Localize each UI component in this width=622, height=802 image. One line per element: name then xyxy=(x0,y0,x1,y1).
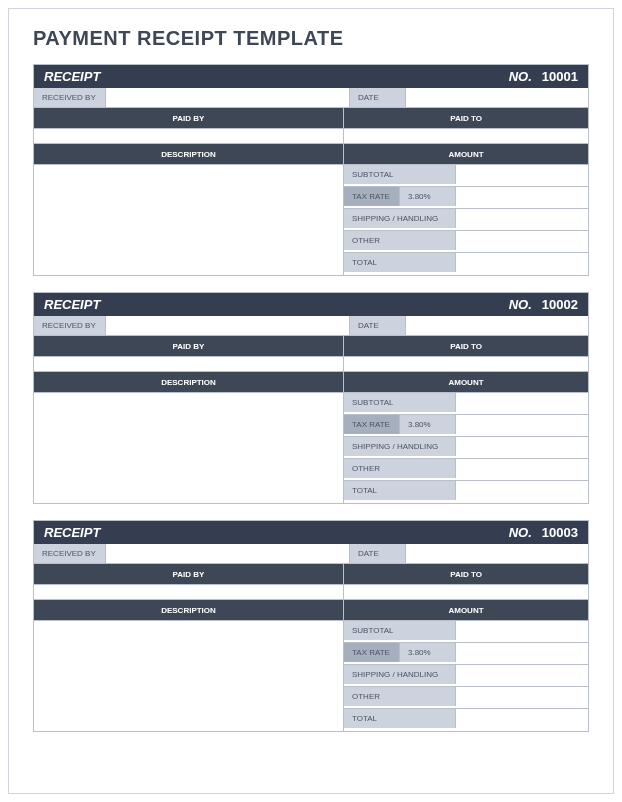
description-header: DESCRIPTION xyxy=(34,144,344,164)
summary-stack: SUBTOTAL TAX RATE 3.80% SHIPPING / HANDL… xyxy=(344,165,588,275)
subtotal-value[interactable] xyxy=(456,165,588,184)
received-by-value[interactable] xyxy=(106,316,350,335)
total-value[interactable] xyxy=(456,709,588,728)
page-container: PAYMENT RECEIPT TEMPLATE RECEIPT NO. 100… xyxy=(8,8,614,794)
description-value[interactable] xyxy=(34,165,344,275)
shipping-value[interactable] xyxy=(456,209,588,228)
paid-to-header: PAID TO xyxy=(344,336,588,356)
receipt: RECEIPT NO. 10002 RECEIVED BY DATE PAID … xyxy=(33,292,589,504)
received-by-label: RECEIVED BY xyxy=(34,544,106,563)
shipping-label: SHIPPING / HANDLING xyxy=(344,665,456,684)
receipt-header: RECEIPT NO. 10002 xyxy=(34,293,588,316)
receipt-number-value: 10002 xyxy=(542,297,578,312)
receipt-number-label: NO. xyxy=(509,525,532,540)
tax-amount-value[interactable] xyxy=(456,643,588,662)
date-label: DATE xyxy=(350,88,406,107)
paid-to-value[interactable] xyxy=(344,585,588,599)
shipping-value[interactable] xyxy=(456,437,588,456)
received-by-label: RECEIVED BY xyxy=(34,88,106,107)
receipt-label: RECEIPT xyxy=(44,69,100,84)
subtotal-label: SUBTOTAL xyxy=(344,393,456,412)
tax-rate-label: TAX RATE xyxy=(344,643,400,662)
total-label: TOTAL xyxy=(344,253,456,272)
shipping-label: SHIPPING / HANDLING xyxy=(344,437,456,456)
other-value[interactable] xyxy=(456,459,588,478)
received-by-value[interactable] xyxy=(106,88,350,107)
summary-stack: SUBTOTAL TAX RATE 3.80% SHIPPING / HANDL… xyxy=(344,393,588,503)
description-value[interactable] xyxy=(34,621,344,731)
tax-rate-value[interactable]: 3.80% xyxy=(400,187,456,206)
other-value[interactable] xyxy=(456,687,588,706)
paid-to-header: PAID TO xyxy=(344,108,588,128)
other-label: OTHER xyxy=(344,687,456,706)
description-header: DESCRIPTION xyxy=(34,600,344,620)
other-value[interactable] xyxy=(456,231,588,250)
date-value[interactable] xyxy=(406,544,588,563)
paid-by-value[interactable] xyxy=(34,129,344,143)
tax-rate-value[interactable]: 3.80% xyxy=(400,643,456,662)
amount-header: AMOUNT xyxy=(344,600,588,620)
paid-to-value[interactable] xyxy=(344,357,588,371)
paid-by-header: PAID BY xyxy=(34,108,344,128)
page-title: PAYMENT RECEIPT TEMPLATE xyxy=(33,27,589,50)
subtotal-value[interactable] xyxy=(456,621,588,640)
paid-by-header: PAID BY xyxy=(34,336,344,356)
tax-rate-value[interactable]: 3.80% xyxy=(400,415,456,434)
received-by-value[interactable] xyxy=(106,544,350,563)
receipt-number-label: NO. xyxy=(509,69,532,84)
paid-to-header: PAID TO xyxy=(344,564,588,584)
tax-amount-value[interactable] xyxy=(456,187,588,206)
total-label: TOTAL xyxy=(344,709,456,728)
date-label: DATE xyxy=(350,544,406,563)
summary-stack: SUBTOTAL TAX RATE 3.80% SHIPPING / HANDL… xyxy=(344,621,588,731)
receipt-label: RECEIPT xyxy=(44,525,100,540)
amount-header: AMOUNT xyxy=(344,144,588,164)
receipt-number-value: 10003 xyxy=(542,525,578,540)
total-value[interactable] xyxy=(456,253,588,272)
amount-header: AMOUNT xyxy=(344,372,588,392)
paid-by-header: PAID BY xyxy=(34,564,344,584)
receipt: RECEIPT NO. 10003 RECEIVED BY DATE PAID … xyxy=(33,520,589,732)
paid-by-value[interactable] xyxy=(34,357,344,371)
date-value[interactable] xyxy=(406,316,588,335)
receipt-header: RECEIPT NO. 10001 xyxy=(34,65,588,88)
received-by-label: RECEIVED BY xyxy=(34,316,106,335)
receipt-number-value: 10001 xyxy=(542,69,578,84)
tax-rate-label: TAX RATE xyxy=(344,415,400,434)
receipt: RECEIPT NO. 10001 RECEIVED BY DATE PAID … xyxy=(33,64,589,276)
paid-by-value[interactable] xyxy=(34,585,344,599)
subtotal-label: SUBTOTAL xyxy=(344,621,456,640)
tax-rate-label: TAX RATE xyxy=(344,187,400,206)
description-value[interactable] xyxy=(34,393,344,503)
date-value[interactable] xyxy=(406,88,588,107)
other-label: OTHER xyxy=(344,459,456,478)
subtotal-value[interactable] xyxy=(456,393,588,412)
tax-amount-value[interactable] xyxy=(456,415,588,434)
receipt-label: RECEIPT xyxy=(44,297,100,312)
total-label: TOTAL xyxy=(344,481,456,500)
total-value[interactable] xyxy=(456,481,588,500)
paid-to-value[interactable] xyxy=(344,129,588,143)
description-header: DESCRIPTION xyxy=(34,372,344,392)
other-label: OTHER xyxy=(344,231,456,250)
date-label: DATE xyxy=(350,316,406,335)
shipping-value[interactable] xyxy=(456,665,588,684)
receipt-header: RECEIPT NO. 10003 xyxy=(34,521,588,544)
subtotal-label: SUBTOTAL xyxy=(344,165,456,184)
receipt-number-label: NO. xyxy=(509,297,532,312)
shipping-label: SHIPPING / HANDLING xyxy=(344,209,456,228)
receipts-list: RECEIPT NO. 10001 RECEIVED BY DATE PAID … xyxy=(33,64,589,732)
